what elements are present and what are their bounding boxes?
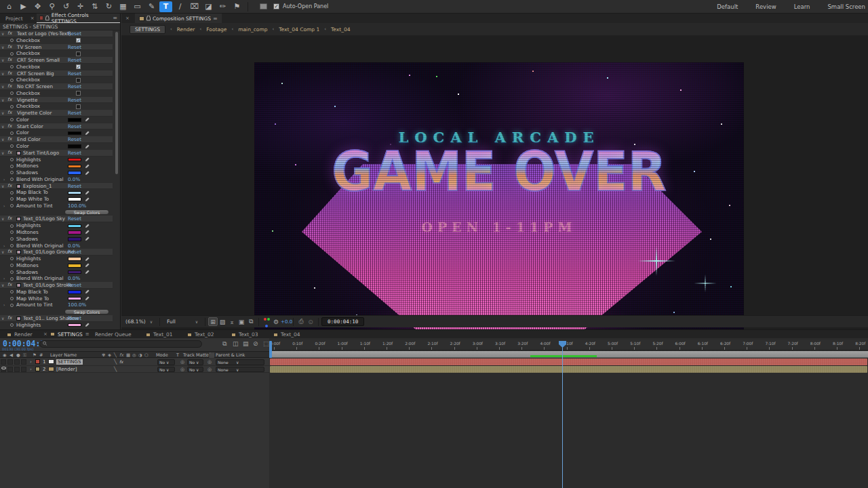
av-toggle[interactable]	[14, 367, 20, 372]
quality-toggle[interactable]: ╲	[114, 367, 117, 372]
audio-column-icon[interactable]: ◀	[9, 352, 13, 358]
layer-name-column[interactable]: Layer Name	[50, 352, 77, 358]
reset-link[interactable]: Reset	[68, 123, 81, 130]
dolly-camera-tool[interactable]: ⇅	[88, 1, 101, 12]
layer-name[interactable]: SETTINGS	[56, 359, 83, 365]
property-checkbox[interactable]	[76, 52, 81, 56]
breadcrumb-footage[interactable]: Footage	[206, 26, 226, 33]
home-tool[interactable]: ⌂	[3, 1, 16, 12]
color-swatch[interactable]	[68, 197, 81, 201]
workspace-learn[interactable]: Learn	[794, 3, 810, 10]
rotation-tool[interactable]: ↻	[102, 1, 115, 12]
layer-name[interactable]: [Render]	[56, 367, 77, 372]
selection-tool[interactable]: ▶	[17, 1, 30, 12]
label-column-icon[interactable]: ⚑	[33, 352, 37, 358]
workspace-small-screen[interactable]: Small Screen	[827, 3, 865, 10]
quality-toggle[interactable]: ╲	[114, 359, 117, 365]
color-swatch[interactable]	[68, 297, 81, 301]
breadcrumb-main_comp[interactable]: main_comp	[238, 26, 267, 33]
parent-link-column[interactable]: Parent & Link	[216, 352, 245, 358]
blend-mode-select[interactable]: No ∨	[157, 367, 175, 373]
av-toggle[interactable]	[21, 367, 26, 372]
layer-row-render[interactable]: ›2[Render]╲No ∨◎No ∨◎None ∨	[0, 366, 269, 373]
transparency-grid-button[interactable]: ▨	[218, 319, 227, 325]
property-value[interactable]: 100.0%	[68, 203, 86, 209]
color-swatch[interactable]	[68, 224, 81, 228]
fx-switch-icon[interactable]: fx	[119, 352, 123, 358]
video-column-icon[interactable]: ◉	[3, 352, 7, 358]
color-swatch[interactable]	[68, 230, 81, 235]
lock-column-icon[interactable]: ⚿	[23, 352, 26, 358]
panel-menu-icon[interactable]: ≡	[113, 15, 117, 21]
color-swatch[interactable]	[68, 171, 81, 175]
render-time-column-icon[interactable]: ⬛	[209, 352, 214, 358]
orbit-camera-tool[interactable]: ↺	[60, 1, 73, 12]
property-checkbox[interactable]	[76, 104, 81, 109]
reset-link[interactable]: Reset	[68, 57, 81, 64]
property-value[interactable]: 100.0%	[68, 302, 86, 308]
reset-link[interactable]: Reset	[68, 136, 81, 143]
reset-link[interactable]: Reset	[68, 282, 81, 289]
workspace-default[interactable]: Default	[717, 3, 738, 10]
breadcrumb-render[interactable]: Render	[177, 26, 195, 33]
property-value[interactable]: 0.0%	[68, 176, 80, 183]
quality-switch-icon[interactable]: ╲	[114, 352, 117, 358]
mode-column[interactable]: Mode	[156, 352, 168, 358]
collapse-switch-icon[interactable]: ◈	[108, 352, 111, 358]
tab-effect-controls[interactable]: Effect Controls SETTINGS ≡	[37, 14, 120, 23]
track-matte-select[interactable]: No ∨	[187, 367, 203, 373]
eye-icon[interactable]	[1, 367, 6, 369]
property-checkbox[interactable]: ✓	[76, 64, 81, 69]
color-swatch[interactable]	[68, 131, 81, 136]
hide-shy-layers-icon[interactable]: ▤	[243, 340, 249, 347]
color-swatch[interactable]	[68, 264, 81, 268]
swap-colors-button[interactable]: Swap Colors	[64, 209, 109, 215]
rectangle-tool[interactable]: ▭	[131, 1, 144, 12]
color-swatch[interactable]	[68, 257, 81, 261]
av-toggle[interactable]	[7, 359, 13, 365]
effect-header[interactable]: ∨fxVignetteReset	[0, 97, 113, 104]
twirl-icon[interactable]: ›	[30, 359, 32, 365]
color-swatch[interactable]	[68, 158, 81, 162]
timeline-search-input[interactable]	[39, 340, 202, 348]
av-toggle[interactable]	[7, 367, 13, 372]
timeline-ruler[interactable]: 0:00f0:10f0:20f1:00f1:10f1:20f2:00f2:10f…	[269, 340, 868, 350]
av-toggle[interactable]	[14, 359, 20, 365]
composition-viewer[interactable]: LOCAL ARCADE GAME OVER OPEN 1-11PM	[121, 36, 868, 330]
show-snapshot-icon[interactable]: ⊙	[306, 319, 315, 325]
close-icon[interactable]: ×	[125, 16, 130, 21]
color-swatch[interactable]	[68, 144, 81, 148]
reset-link[interactable]: Reset	[68, 30, 81, 37]
eraser-tool[interactable]: ◪	[202, 1, 215, 12]
effect-header[interactable]: ∨fxText_01/Logo SkyReset	[0, 216, 113, 222]
effect-header[interactable]: ∨fxExplosion_1Reset	[0, 183, 113, 190]
motion-blur-icon[interactable]: ⬚	[263, 340, 269, 347]
parent-pickwhip-icon[interactable]: ◎	[208, 359, 212, 365]
reset-link[interactable]: Reset	[68, 44, 81, 51]
color-swatch[interactable]	[68, 165, 81, 169]
effect-header[interactable]: ∨fxCRT Screen SmallReset	[0, 57, 113, 64]
effect-header[interactable]: ∨fxStart Tint/LogoReset	[0, 150, 113, 157]
property-value[interactable]: 0.0%	[68, 243, 80, 249]
grid-guides-button[interactable]: ⊞	[208, 317, 218, 326]
property-checkbox[interactable]	[76, 91, 81, 96]
tab-project[interactable]: Project	[0, 16, 28, 22]
pen-tool[interactable]: ✎	[145, 1, 158, 12]
work-area-start-handle[interactable]	[269, 341, 272, 358]
color-swatch[interactable]	[68, 290, 81, 294]
track-matte-select[interactable]: No ∨	[187, 359, 203, 365]
motion-blur-switch-icon[interactable]: ◎	[132, 352, 136, 358]
breadcrumb-text_04[interactable]: Text_04	[331, 26, 350, 33]
camera-tool-tool[interactable]: ▦	[117, 1, 130, 12]
layer-duration-bar[interactable]	[270, 359, 867, 365]
pan-camera-tool[interactable]: ✛	[74, 1, 87, 12]
effect-header[interactable]: ∨fxNo CRT ScreenReset	[0, 83, 113, 90]
layer-duration-bar[interactable]	[270, 366, 867, 373]
av-toggle[interactable]	[1, 359, 6, 365]
brush-tool[interactable]: ∕	[174, 1, 186, 12]
resolution-gear-icon[interactable]: ⚙	[271, 319, 281, 325]
color-swatch[interactable]	[68, 191, 81, 195]
effect-header[interactable]: ∨fxEnd ColorReset	[0, 136, 113, 143]
label-color-swatch[interactable]	[35, 367, 40, 371]
track-matte-pickwhip-icon[interactable]: ◎	[180, 359, 184, 365]
